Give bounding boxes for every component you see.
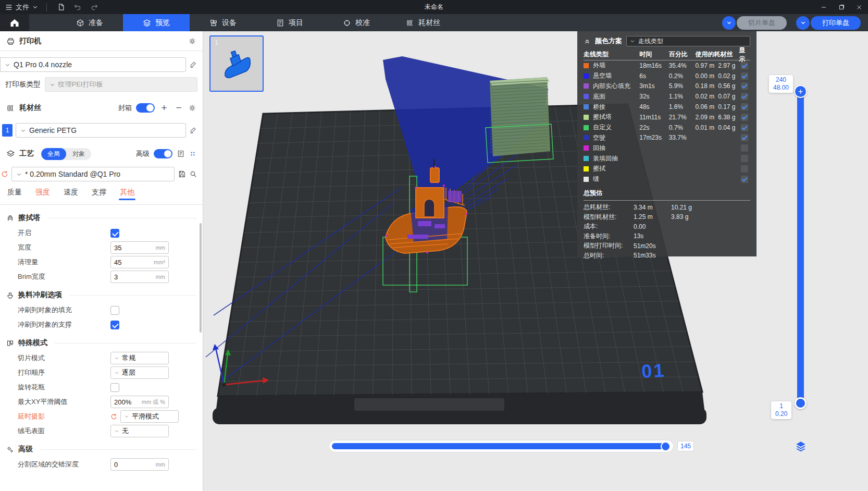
step-slider[interactable] <box>329 440 673 452</box>
filament-slot-badge[interactable]: 1 <box>2 124 13 137</box>
filament-preset-select[interactable]: Generic PETG <box>16 123 186 138</box>
reset-preset-icon[interactable] <box>1 170 8 178</box>
nav-tab-filament[interactable]: 耗材丝 <box>390 14 456 31</box>
layer-slider-top-handle[interactable]: + <box>794 85 807 98</box>
process-tab-quality[interactable]: 质量 <box>7 188 22 200</box>
print-plate-button[interactable]: 打印单盘 <box>811 16 861 30</box>
feature-label: 外墙 <box>593 61 605 70</box>
nav-tab-prepare[interactable]: 准备 <box>56 14 123 31</box>
scope-global-tab[interactable]: 全局 <box>41 148 66 160</box>
feature-visibility-checkbox[interactable] <box>741 124 748 131</box>
process-tab-others[interactable]: 其他 <box>120 188 134 200</box>
list-view-icon[interactable] <box>177 150 185 158</box>
chevron-down-icon <box>49 82 55 88</box>
legend-feature: 悬空墙 <box>584 71 639 80</box>
feature-length: 0.18 m <box>696 82 718 90</box>
brim-width-input[interactable]: 3mm <box>110 271 169 283</box>
interlocking-depth-input[interactable]: 0mm <box>110 458 169 471</box>
enclosure-toggle[interactable] <box>136 103 155 113</box>
step-slider-handle[interactable] <box>661 441 671 451</box>
enable-checkbox[interactable] <box>110 229 119 238</box>
feature-visibility-checkbox[interactable] <box>741 82 748 90</box>
process-preset-select[interactable]: * 0.20mm Standard @Q1 Pro <box>11 167 175 181</box>
flush-support-checkbox[interactable] <box>110 321 119 329</box>
redo-button[interactable] <box>89 2 100 13</box>
slicing-mode-select[interactable]: 常规 <box>110 352 169 364</box>
purge-input[interactable]: 45mm³ <box>110 256 169 268</box>
feature-visibility-checkbox[interactable] <box>741 93 748 100</box>
edit-icon[interactable] <box>189 126 197 134</box>
add-filament-button[interactable]: + <box>159 103 169 113</box>
width-input[interactable]: 35mm <box>110 241 169 254</box>
feature-visibility-checkbox[interactable] <box>741 144 748 152</box>
minimize-button[interactable] <box>815 0 833 14</box>
new-project-button[interactable] <box>55 2 67 13</box>
chevron-down-icon <box>800 20 806 26</box>
flush-infill-checkbox[interactable] <box>110 306 119 315</box>
legend-feature: 装填回抽 <box>584 154 639 163</box>
save-icon[interactable] <box>178 170 186 178</box>
slice-dropdown-button[interactable] <box>722 16 736 30</box>
printer-preset-select[interactable]: Q1 Pro 0.4 nozzle <box>0 57 186 72</box>
xy-smoothing-input[interactable]: 200%mm 或 % <box>110 396 169 408</box>
process-tab-support[interactable]: 支撑 <box>92 188 106 200</box>
edit-icon[interactable] <box>189 60 197 69</box>
close-button[interactable] <box>850 0 868 14</box>
step-slider-track[interactable] <box>332 443 667 449</box>
feature-visibility-checkbox[interactable] <box>741 165 748 173</box>
print-order-select[interactable]: 逐层 <box>110 366 169 379</box>
filament-section-title: 耗材丝 <box>19 103 41 113</box>
plate-thumbnail[interactable]: 1 <box>209 35 264 92</box>
spiral-vase-checkbox[interactable] <box>110 383 119 392</box>
feature-visibility-checkbox[interactable] <box>741 134 748 141</box>
sidebar-scrollbar[interactable] <box>200 223 202 333</box>
scope-objects-tab[interactable]: 对象 <box>66 148 91 160</box>
legend-feature: 擦拭塔 <box>584 113 639 121</box>
feature-visibility-checkbox[interactable] <box>741 103 748 111</box>
nav-tab-project[interactable]: 项目 <box>256 14 323 31</box>
feature-visibility-checkbox[interactable] <box>741 62 748 69</box>
nav-tab-preview[interactable]: 预览 <box>123 14 190 31</box>
param-control: 45mm³ <box>110 256 169 268</box>
process-tab-speed[interactable]: 速度 <box>64 188 78 200</box>
search-icon[interactable] <box>189 170 197 178</box>
layer-slider-bottom-handle[interactable] <box>795 397 807 409</box>
advanced-toggle[interactable] <box>154 149 172 158</box>
gear-icon[interactable] <box>188 37 196 45</box>
feature-visibility-checkbox[interactable] <box>741 155 748 162</box>
reset-param-icon[interactable] <box>110 413 117 420</box>
slice-plate-button[interactable]: 切片单盘 <box>737 16 787 30</box>
feature-visibility-checkbox[interactable] <box>741 114 748 121</box>
layers-view-button[interactable] <box>793 439 809 455</box>
total-label: 模型耗材丝: <box>584 213 634 222</box>
fuzzy-skin-select[interactable]: 无 <box>110 425 169 437</box>
undo-button[interactable] <box>72 2 83 13</box>
feature-label: 回抽 <box>593 144 605 153</box>
feature-color-swatch <box>584 104 589 109</box>
timelapse-select[interactable]: 平滑模式 <box>120 410 179 423</box>
param-control: 平滑模式 <box>110 410 179 423</box>
legend-feature: 擦拭 <box>584 164 639 173</box>
maximize-button[interactable] <box>833 0 850 14</box>
feature-visibility-checkbox[interactable] <box>741 72 748 80</box>
remove-filament-button[interactable]: − <box>173 103 184 113</box>
collapse-panel-icon[interactable] <box>584 38 591 45</box>
process-tab-strength[interactable]: 强度 <box>35 188 50 200</box>
toolbar-divider <box>46 3 47 11</box>
gear-icon[interactable] <box>188 104 196 112</box>
nav-tab-calibrate[interactable]: 校准 <box>323 14 390 31</box>
color-scheme-select[interactable]: 走线类型 <box>626 36 750 46</box>
settings-dots-icon[interactable] <box>189 150 196 157</box>
input-value: 3 <box>114 273 156 281</box>
layer-slider-track[interactable] <box>797 90 804 407</box>
wipe-tower <box>486 77 553 163</box>
home-button[interactable] <box>0 14 29 31</box>
print-dropdown-button[interactable] <box>796 16 810 30</box>
feature-visibility-checkbox[interactable] <box>741 176 748 183</box>
feature-color-swatch <box>584 135 589 140</box>
nav-tab-device[interactable]: 设备 <box>190 14 256 31</box>
preview-viewport[interactable]: 01 1 <box>203 31 868 491</box>
plate-type-select[interactable]: 纹理PEI打印板 <box>45 77 198 92</box>
file-menu-button[interactable]: 文件 <box>5 3 38 12</box>
feature-color-swatch <box>584 115 589 120</box>
